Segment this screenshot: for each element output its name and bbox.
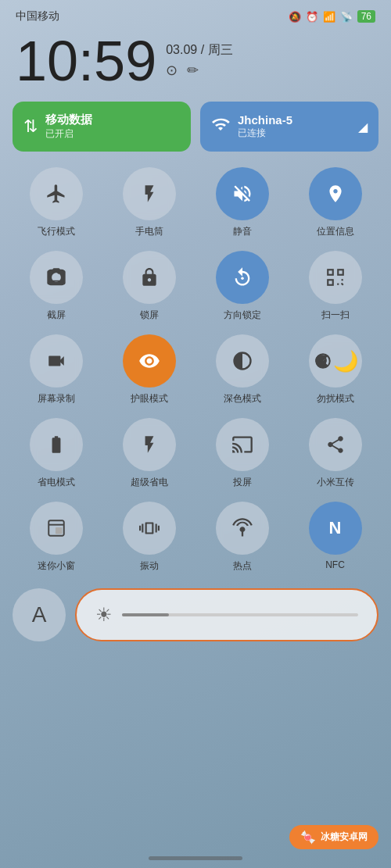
mishare-label: 小米互传 — [317, 476, 354, 489]
quick-toggles: ⇅ 移动数据 已开启 Jhchina-5 已连接 ◢ — [0, 102, 391, 164]
location-label: 位置信息 — [317, 225, 354, 238]
location-button[interactable] — [309, 167, 362, 220]
silent-button[interactable] — [216, 167, 269, 220]
carrier-label: 中国移动 — [16, 9, 59, 23]
bell-icon: 🔕 — [289, 11, 301, 23]
supersave-label: 超级省电 — [131, 476, 168, 489]
vibrate-button[interactable] — [123, 502, 176, 555]
cast-button[interactable] — [216, 418, 269, 471]
cast-label: 投屏 — [233, 476, 252, 489]
wifi-toggle[interactable]: Jhchina-5 已连接 ◢ — [200, 102, 378, 152]
svg-rect-2 — [328, 270, 333, 275]
miniwindow-button[interactable] — [30, 502, 83, 555]
battery-label: 省电模式 — [38, 476, 75, 489]
darkmode-item: 深色模式 — [199, 331, 285, 409]
mobile-data-icon: ⇅ — [23, 116, 38, 137]
scan-label: 扫一扫 — [321, 309, 350, 322]
clock-right: 03.09 / 周三 ⊙ ✏ — [166, 33, 232, 79]
mobile-data-status: 已开启 — [45, 127, 92, 141]
lockscreen-label: 锁屏 — [140, 309, 159, 322]
miniwindow-item: 迷你小窗 — [13, 498, 99, 576]
watermark: 🍬 冰糖安卓网 — [289, 825, 378, 849]
clock-edit-icon[interactable]: ✏ — [187, 62, 199, 79]
battery-item: 省电模式 — [13, 415, 99, 492]
status-bar: 中国移动 🔕 ⏰ 📶 📡 76 — [0, 0, 391, 30]
miniwindow-label: 迷你小窗 — [38, 559, 75, 573]
location-item: 位置信息 — [292, 164, 378, 241]
wifi-icon: 📡 — [340, 11, 353, 23]
screenrecord-button[interactable] — [30, 334, 83, 388]
screenshot-button[interactable] — [30, 251, 83, 304]
mishare-item: 小米互传 — [292, 415, 378, 492]
wifi-status: 已连接 — [238, 127, 292, 140]
clock-date: 03.09 / 周三 — [166, 42, 232, 59]
watermark-text: 冰糖安卓网 — [321, 830, 368, 844]
donotdisturb-button[interactable]: 🌙 — [309, 334, 362, 388]
eyecare-button[interactable] — [123, 334, 176, 388]
wifi-signal-arrow: ◢ — [358, 120, 368, 134]
eyecare-item: 护眼模式 — [106, 331, 192, 409]
svg-rect-10 — [55, 527, 62, 534]
nfc-item: N NFC — [292, 498, 378, 576]
eyecare-label: 护眼模式 — [131, 392, 168, 405]
control-grid: 飞行模式 手电筒 静音 位置信息 截屏 锁屏 方向锁定 — [0, 164, 391, 576]
donotdisturb-label: 勿扰模式 — [317, 392, 354, 405]
wifi-ssid: Jhchina-5 — [238, 113, 292, 127]
wifi-text: Jhchina-5 已连接 — [238, 113, 292, 140]
airplane-label: 飞行模式 — [38, 225, 75, 238]
home-indicator[interactable] — [149, 856, 242, 860]
clock-settings-icon[interactable]: ⊙ — [166, 62, 178, 79]
flashlight-label: 手电筒 — [135, 225, 163, 238]
rotation-label: 方向锁定 — [224, 309, 261, 322]
hotspot-button[interactable] — [216, 502, 269, 555]
scan-item: 扫一扫 — [292, 248, 378, 325]
cast-item: 投屏 — [199, 415, 285, 492]
airplane-item: 飞行模式 — [13, 164, 99, 241]
screenshot-label: 截屏 — [47, 309, 66, 322]
darkmode-button[interactable] — [216, 334, 269, 388]
mishare-button[interactable] — [309, 418, 362, 471]
supersave-button[interactable] — [123, 418, 176, 471]
font-size-button[interactable]: A — [13, 588, 66, 641]
wifi-toggle-icon — [211, 115, 230, 138]
clock-time: 10:59 — [16, 33, 156, 89]
svg-rect-4 — [328, 280, 333, 285]
rotation-button[interactable] — [216, 251, 269, 304]
vibrate-label: 振动 — [140, 559, 159, 573]
lockscreen-item: 锁屏 — [106, 248, 192, 325]
screenrecord-item: 屏幕录制 — [13, 331, 99, 409]
alarm-icon: ⏰ — [306, 11, 318, 23]
supersave-item: 超级省电 — [106, 415, 192, 492]
hotspot-item: 热点 — [199, 498, 285, 576]
rotation-item: 方向锁定 — [199, 248, 285, 325]
nfc-button[interactable]: N — [309, 502, 362, 555]
status-icons: 🔕 ⏰ 📶 📡 76 — [289, 10, 375, 23]
flashlight-button[interactable] — [123, 167, 176, 220]
hotspot-label: 热点 — [233, 559, 252, 573]
silent-label: 静音 — [233, 225, 252, 238]
svg-rect-3 — [338, 270, 343, 275]
brightness-slider[interactable]: ☀ — [75, 588, 378, 641]
brightness-icon: ☀ — [95, 604, 113, 626]
font-icon: A — [32, 602, 47, 627]
svg-line-8 — [341, 284, 343, 285]
darkmode-label: 深色模式 — [224, 392, 261, 405]
brightness-track — [122, 613, 358, 616]
signal-icon: 📶 — [323, 11, 335, 23]
screenrecord-label: 屏幕录制 — [38, 392, 75, 405]
svg-point-1 — [241, 277, 244, 280]
battery-button[interactable] — [30, 418, 83, 471]
silent-item: 静音 — [199, 164, 285, 241]
bottom-section: A ☀ — [0, 579, 391, 641]
scan-button[interactable] — [309, 251, 362, 304]
donotdisturb-item: 🌙 勿扰模式 — [292, 331, 378, 409]
mobile-data-title: 移动数据 — [45, 113, 92, 127]
nfc-label: NFC — [325, 559, 345, 570]
mobile-data-toggle[interactable]: ⇅ 移动数据 已开启 — [13, 102, 191, 152]
vibrate-item: 振动 — [106, 498, 192, 576]
airplane-button[interactable] — [30, 167, 83, 220]
screenshot-item: 截屏 — [13, 248, 99, 325]
battery-icon: 76 — [357, 10, 375, 23]
lockscreen-button[interactable] — [123, 251, 176, 304]
brightness-fill — [122, 613, 169, 616]
